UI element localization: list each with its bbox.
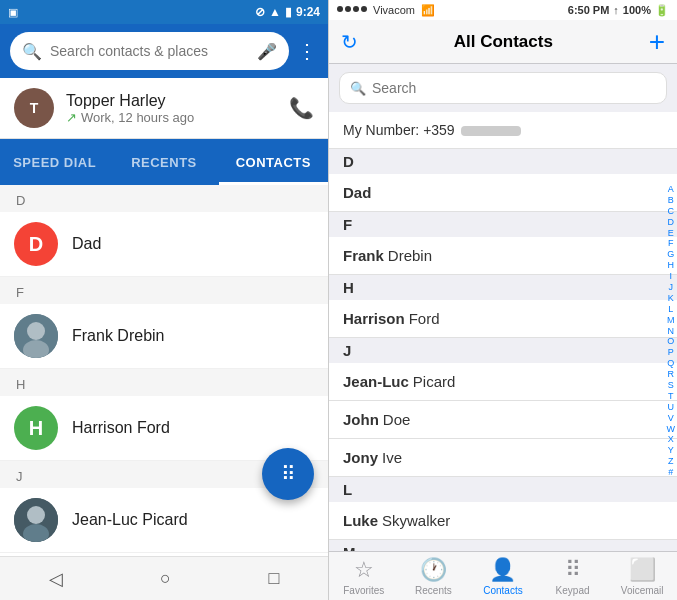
alpha-i[interactable]: I [667,272,676,282]
recent-sub-text: Work, 12 hours ago [81,110,194,125]
alpha-d[interactable]: D [667,218,676,228]
tab-recents[interactable]: 🕐 Recents [399,557,469,596]
recent-name: Topper Harley [66,92,277,110]
ios-contact-firstname-john: John [343,411,379,428]
avatar: T [14,88,54,128]
alpha-q[interactable]: Q [667,359,676,369]
alpha-e[interactable]: E [667,229,676,239]
section-header-h: H [0,369,328,396]
alpha-h[interactable]: H [667,261,676,271]
ios-status-bar: Vivacom 📶 6:50 PM ↑ 100% 🔋 [329,0,677,20]
ios-contact-row-frank[interactable]: Frank Drebin [329,237,677,275]
ios-contact-row-jony[interactable]: Jony Ive [329,439,677,477]
fab-button[interactable]: ⠿ [262,448,314,500]
alpha-j[interactable]: J [667,283,676,293]
alpha-x[interactable]: X [667,435,676,445]
ios-section-header-d: D [329,149,677,174]
tab-contacts[interactable]: CONTACTS [219,139,328,185]
phone-icon[interactable]: 📞 [289,96,314,120]
alpha-v[interactable]: V [667,414,676,424]
android-nav-bar: ◁ ○ □ [0,556,328,600]
alpha-z[interactable]: Z [667,457,676,467]
recent-info: Topper Harley ↗ Work, 12 hours ago [66,92,277,125]
contact-row-dad[interactable]: D Dad [0,212,328,277]
ios-contact-row-luke[interactable]: Luke Skywalker [329,502,677,540]
ios-carrier: Vivacom 📶 [337,4,435,17]
tab-contacts[interactable]: 👤 Contacts [468,557,538,596]
status-signal: ⊘ [255,5,265,19]
alpha-m[interactable]: M [667,316,676,326]
status-time: 9:24 [296,5,320,19]
tab-voicemail[interactable]: ⬜ Voicemail [607,557,677,596]
ios-contact-row-jean[interactable]: Jean-Luc Picard [329,363,677,401]
my-number-row: My Number: +359 [329,112,677,149]
alpha-g[interactable]: G [667,250,676,260]
ios-contact-firstname-luke: Luke [343,512,378,529]
favorites-icon: ☆ [354,557,374,583]
section-header-d: D [0,185,328,212]
ios-contact-row-harrison[interactable]: Harrison Ford [329,300,677,338]
contacts-icon: 👤 [489,557,516,583]
recent-contact-row[interactable]: T Topper Harley ↗ Work, 12 hours ago 📞 [0,78,328,139]
ios-contact-row-john[interactable]: John Doe [329,401,677,439]
recents-button[interactable]: □ [268,568,279,589]
alpha-b[interactable]: B [667,196,676,206]
android-panel: ▣ ⊘ ▲ ▮ 9:24 🔍 🎤 ⋮ T Topper Harley ↗ Wor… [0,0,328,600]
home-button[interactable]: ○ [160,568,171,589]
contact-row-frank[interactable]: Frank Drebin [0,304,328,369]
ios-contact-row-dad[interactable]: Dad [329,174,677,212]
contact-name-dad: Dad [72,235,101,253]
ios-search-box[interactable]: 🔍 [339,72,667,104]
ios-contact-lastname-harrison: Ford [409,310,440,327]
alpha-u[interactable]: U [667,403,676,413]
alpha-t[interactable]: T [667,392,676,402]
alpha-k[interactable]: K [667,294,676,304]
ios-search-input[interactable] [372,80,656,96]
alpha-o[interactable]: O [667,337,676,347]
keypad-icon: ⠿ [565,557,581,583]
more-options-icon[interactable]: ⋮ [297,39,318,63]
alpha-hash[interactable]: # [667,468,676,478]
alpha-c[interactable]: C [667,207,676,217]
alpha-f[interactable]: F [667,239,676,249]
tab-speed-dial[interactable]: SPEED DIAL [0,139,109,185]
alpha-r[interactable]: R [667,370,676,380]
search-input[interactable] [50,43,249,59]
mic-icon[interactable]: 🎤 [257,42,277,61]
contacts-list: D D Dad F Frank Drebin H H [0,185,328,556]
ios-battery-label: 100% [623,4,651,16]
back-button[interactable]: ◁ [49,568,63,590]
my-number-label: My Number: [343,122,423,138]
alpha-s[interactable]: S [667,381,676,391]
refresh-button[interactable]: ↻ [341,30,358,54]
contact-name-harrison: Harrison Ford [72,419,170,437]
contacts-label: Contacts [483,585,522,596]
avatar-jean [14,498,58,542]
search-box[interactable]: 🔍 🎤 [10,32,289,70]
tab-recents[interactable]: RECENTS [109,139,218,185]
ios-contact-lastname-john: Doe [383,411,411,428]
voicemail-icon: ⬜ [629,557,656,583]
ios-time: 6:50 PM [568,4,610,16]
tab-keypad[interactable]: ⠿ Keypad [538,557,608,596]
alpha-w[interactable]: W [667,425,676,435]
ios-section-header-h: H [329,275,677,300]
status-wifi: ▲ [269,5,281,19]
alpha-l[interactable]: L [667,305,676,315]
ios-contact-lastname-frank: Drebin [388,247,432,264]
ios-contacts-list: My Number: +359 D Dad F Frank Drebin H H… [329,112,677,551]
add-contact-button[interactable]: + [649,28,665,56]
ios-alpha-index: A B C D E F G H I J K L M N O P Q R S T … [667,112,676,551]
ios-location-icon: ↑ [613,4,619,16]
alpha-p[interactable]: P [667,348,676,358]
contact-row-john[interactable]: J John Doe [0,553,328,556]
tab-favorites[interactable]: ☆ Favorites [329,557,399,596]
avatar-harrison: H [14,406,58,450]
signal-dot-3 [353,6,359,12]
avatar-frank [14,314,58,358]
alpha-a[interactable]: A [667,185,676,195]
keypad-label: Keypad [556,585,590,596]
status-left: ▣ [8,6,18,19]
alpha-y[interactable]: Y [667,446,676,456]
alpha-n[interactable]: N [667,327,676,337]
